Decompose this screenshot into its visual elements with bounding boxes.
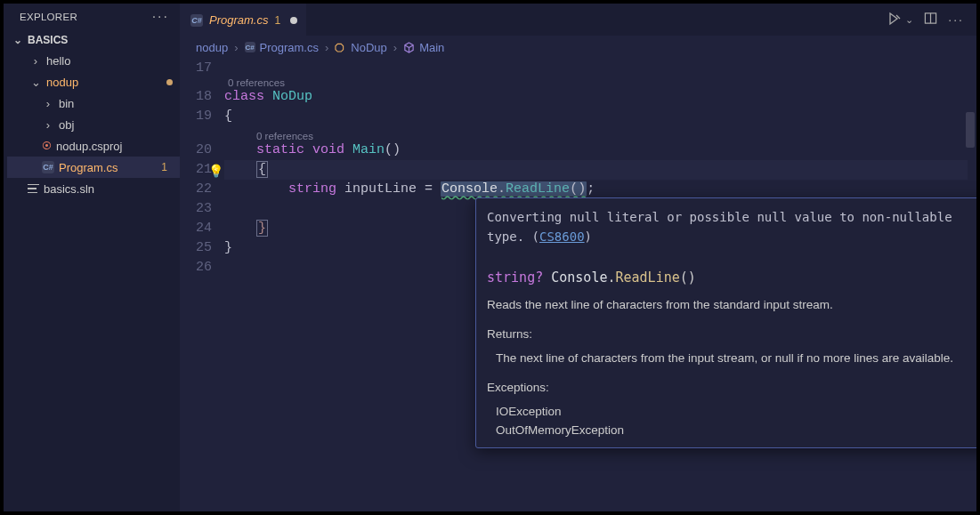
- explorer-sidebar: EXPLORER ··· ⌄ BASICS › hello ⌄ nodup ›: [4, 4, 180, 511]
- chevron-down-icon[interactable]: ⌄: [905, 14, 913, 26]
- problems-badge: 1: [161, 161, 173, 173]
- vertical-scrollbar[interactable]: [966, 112, 975, 148]
- csharp-file-icon: C#: [42, 161, 54, 173]
- modified-dot-icon: [166, 79, 173, 85]
- tree-file-csproj[interactable]: ⦿ nodup.csproj: [7, 135, 180, 157]
- tree-file-sln[interactable]: basics.sln: [7, 178, 180, 199]
- tree-label: bin: [59, 97, 173, 110]
- method-icon: [403, 42, 415, 53]
- tab-problems-count: 1: [274, 14, 280, 27]
- tree-label: obj: [59, 118, 173, 132]
- tree-label: Program.cs: [59, 161, 157, 174]
- explorer-title: EXPLORER: [20, 12, 77, 22]
- tree-file-program-cs[interactable]: C# Program.cs 1: [7, 157, 180, 178]
- editor-area: C# Program.cs 1 ⌄ ··· nodup › C#: [180, 4, 976, 511]
- diagnostic-code-link[interactable]: CS8600: [539, 229, 585, 244]
- breadcrumb-item[interactable]: NoDup: [335, 41, 386, 54]
- run-debug-icon[interactable]: [887, 12, 902, 28]
- workspace-name: BASICS: [28, 34, 68, 46]
- editor-actions: ⌄ ···: [887, 12, 976, 28]
- explorer-more-icon[interactable]: ···: [152, 9, 169, 25]
- breadcrumb-item[interactable]: Main: [403, 41, 444, 54]
- chevron-right-icon: ›: [393, 41, 397, 54]
- diagnostic-message: Converting null literal or possible null…: [487, 207, 980, 246]
- codelens[interactable]: 0 references: [224, 73, 968, 87]
- chevron-right-icon: ›: [234, 41, 238, 54]
- tree-label: basics.sln: [44, 182, 173, 196]
- codelens[interactable]: 0 references: [224, 126, 968, 141]
- dirty-dot-icon: [290, 17, 297, 24]
- tree-folder-nodup[interactable]: ⌄ nodup: [7, 71, 180, 93]
- csharp-file-icon: C#: [190, 14, 203, 27]
- lightbulb-icon[interactable]: 💡: [208, 162, 223, 181]
- hover-documentation: Reads the next line of characters from t…: [487, 296, 980, 440]
- explorer-header: EXPLORER ···: [4, 4, 180, 32]
- chevron-down-icon: ⌄: [12, 34, 24, 46]
- breadcrumb-item[interactable]: nodup: [196, 41, 228, 54]
- tree-folder-obj[interactable]: › obj: [7, 114, 180, 135]
- tree-label: hello: [46, 54, 173, 68]
- tree-label: nodup.csproj: [56, 140, 173, 153]
- file-tree: › hello ⌄ nodup › bin › obj ⦿: [4, 50, 180, 199]
- chevron-right-icon: ›: [42, 118, 54, 132]
- app-root: EXPLORER ··· ⌄ BASICS › hello ⌄ nodup ›: [4, 4, 976, 511]
- more-actions-icon[interactable]: ···: [948, 12, 964, 27]
- chevron-right-icon: ›: [42, 97, 54, 110]
- chevron-right-icon: ›: [325, 41, 328, 54]
- code-content[interactable]: 0 references class NoDup { 0 references …: [224, 59, 976, 511]
- code-editor[interactable]: 17 18 19 20 21 22 23 24 25 26 0 referenc…: [180, 59, 976, 511]
- breadcrumb[interactable]: nodup › C# Program.cs › NoDup › Main: [180, 36, 976, 59]
- csharp-file-icon: C#: [245, 42, 255, 52]
- tree-folder-bin[interactable]: › bin: [7, 93, 180, 114]
- split-editor-icon[interactable]: [924, 12, 937, 28]
- line-number-gutter: 17 18 19 20 21 22 23 24 25 26: [180, 59, 224, 511]
- tree-label: nodup: [46, 76, 162, 89]
- csproj-icon: ⦿: [42, 141, 52, 151]
- tab-label: Program.cs: [209, 13, 268, 27]
- hover-tooltip: Converting null literal or possible null…: [475, 197, 980, 448]
- breadcrumb-item[interactable]: C# Program.cs: [245, 41, 319, 54]
- tree-folder-hello[interactable]: › hello: [7, 50, 180, 71]
- hover-signature: string? Console.ReadLine(): [487, 268, 980, 287]
- class-icon: [335, 42, 346, 53]
- tab-program-cs[interactable]: C# Program.cs 1: [180, 4, 306, 36]
- tab-bar: C# Program.cs 1 ⌄ ···: [180, 4, 976, 36]
- solution-file-icon: [28, 183, 39, 195]
- chevron-right-icon: ›: [29, 54, 42, 68]
- chevron-down-icon: ⌄: [29, 76, 42, 89]
- workspace-section[interactable]: ⌄ BASICS: [4, 32, 180, 50]
